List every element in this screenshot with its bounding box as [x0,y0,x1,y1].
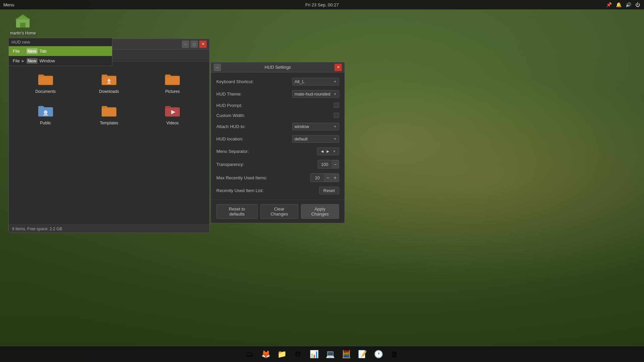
left-arrow-icon: ◄ [320,149,324,154]
max-recently-control: 10 − + [310,173,339,182]
folder-pictures-icon [164,71,180,87]
max-recently-label: Max Recently Used Items: [216,175,310,180]
hud-menu: HUD new File ▶ New Tab File ▶ New Window [8,38,112,66]
taskbar-icon-trash[interactable]: 🗑 [387,347,402,362]
volume-icon: 🔊 [626,2,631,7]
reset-defaults-button[interactable]: Reset to defaults [216,204,258,219]
chevron-down-icon: ▼ [333,149,336,153]
home-icon[interactable]: martin's Home [10,13,36,36]
transparency-decrease-button[interactable]: − [331,160,339,168]
window-controls: − □ ✕ [182,41,207,48]
hud-prompt-row: HUD Prompt: [216,103,339,108]
chevron-down-icon: ▼ [333,80,337,83]
pin-icon: 📌 [606,2,612,7]
keyboard-shortcut-control: Alt_L ▼ [292,78,339,85]
home-icon-label: martin's Home [10,31,36,36]
menu-separator-control: ◄ ► ▼ [317,147,339,155]
taskbar-icon-notes[interactable]: 📝 [355,347,370,362]
attach-hud-select[interactable]: window ▼ [292,123,339,130]
attach-hud-control: window ▼ [292,123,339,130]
max-recently-value: 10 [311,174,324,181]
custom-width-checkbox[interactable] [334,113,339,118]
file-grid: Documents Downloads [9,62,209,225]
file-label: Public [40,121,51,125]
max-recently-spinbox: 10 − + [310,173,339,182]
hud-menu-item-file-new-window[interactable]: File ▶ New Window [9,56,112,66]
topbar-right: 📌 🔔 🔊 ⏻ [606,2,644,7]
minimize-button[interactable]: − [182,41,189,48]
file-manager-window: tin − □ ✕ ↻ 📁 ▤ − 100% + ▾ [8,39,210,233]
custom-width-control [334,113,339,118]
taskbar-icon-clock[interactable]: 🕐 [371,347,386,362]
recently-used-reset-button[interactable]: Reset [319,187,339,194]
list-item[interactable]: Templates [79,100,139,128]
file-label: Templates [100,121,118,125]
folder-downloads-icon [101,71,117,87]
list-item[interactable]: Documents [15,68,75,97]
max-recently-decrease-button[interactable]: − [324,174,331,182]
max-recently-row: Max Recently Used Items: 10 − + [216,173,339,182]
apply-changes-button[interactable]: Apply Changes [301,204,339,219]
attach-hud-label: Attach HUD to: [216,124,292,129]
taskbar: 🗂 🦊 📁 ⚙ 📊 💻 🧮 📝 🕐 🗑 [0,346,644,362]
menu-separator-label: Menu Separator: [216,149,317,154]
clear-changes-button[interactable]: Clear Changes [260,204,298,219]
svg-point-8 [44,110,47,114]
file-label: Documents [35,89,56,94]
hud-settings-body: Keyboard Shortcut: Alt_L ▼ HUD Theme: ma… [211,72,344,200]
file-label: Videos [166,121,178,125]
folder-templates-icon [101,103,117,119]
recently-used-control: Reset [319,187,339,194]
folder-videos-icon [164,103,180,119]
hud-menu-item-file-new-tab[interactable]: File ▶ New Tab [9,46,112,56]
menu-separator-value: ◄ ► ▼ [317,147,339,155]
taskbar-icon-settings[interactable]: ⚙ [290,347,305,362]
hud-location-select[interactable]: default ▼ [292,135,339,143]
hud-location-control: default ▼ [292,135,339,143]
folder-public-icon [38,103,54,119]
taskbar-icon-monitor[interactable]: 📊 [307,347,321,362]
bell-icon: 🔔 [616,2,622,7]
file-label: Pictures [165,89,180,94]
home-folder-icon [15,13,31,29]
transparency-control: 100 − [318,160,339,169]
dialog-controls: − [214,64,221,71]
close-button[interactable]: ✕ [199,41,207,48]
taskbar-icon-calculator[interactable]: 🧮 [339,347,354,362]
maximize-button[interactable]: □ [191,41,198,48]
hud-prompt-checkbox[interactable] [334,103,339,108]
dialog-close-button[interactable]: ✕ [334,64,342,71]
max-recently-increase-button[interactable]: + [331,174,339,182]
taskbar-icon-firefox[interactable]: 🦊 [258,347,273,362]
hud-location-row: HUD location: default ▼ [216,135,339,143]
list-item[interactable]: Pictures [143,68,203,97]
chevron-down-icon: ▼ [333,125,337,128]
hud-theme-row: HUD Theme: mate-hud-rounded ▼ [216,90,339,98]
hud-prompt-control [334,103,339,108]
folder-documents-icon [38,71,54,87]
hud-theme-select[interactable]: mate-hud-rounded ▼ [292,90,339,98]
hud-location-label: HUD location: [216,136,292,141]
hud-settings-dialog: − HUD Settings ✕ Keyboard Shortcut: Alt_… [211,62,345,223]
dialog-minimize-button[interactable]: − [214,64,221,71]
svg-rect-5 [107,83,111,84]
transparency-row: Transparency: 100 − [216,160,339,169]
power-icon[interactable]: ⏻ [635,2,640,7]
list-item[interactable]: Public [15,100,75,128]
right-arrow-icon: ► [326,149,330,154]
taskbar-icon-files[interactable]: 🗂 [242,347,257,362]
file-label: Downloads [99,89,119,94]
desktop: Menu Fri 23 Sep, 00:27 📌 🔔 🔊 ⏻ martin's … [0,0,644,362]
attach-hud-row: Attach HUD to: window ▼ [216,123,339,130]
keyboard-shortcut-select[interactable]: Alt_L ▼ [292,78,339,85]
custom-width-label: Custom Width: [216,113,334,118]
menu-label[interactable]: Menu [3,2,14,7]
taskbar-icon-file-manager[interactable]: 📁 [274,347,289,362]
taskbar-icon-terminal[interactable]: 💻 [323,347,337,362]
list-item[interactable]: Downloads [79,68,139,97]
transparency-value: 100 [318,161,331,168]
hud-settings-titlebar: − HUD Settings ✕ [211,62,344,72]
list-item[interactable]: Videos [143,100,203,128]
recently-used-label: Recently Used Item List: [216,188,319,193]
hud-menu-title: HUD new [9,38,112,46]
